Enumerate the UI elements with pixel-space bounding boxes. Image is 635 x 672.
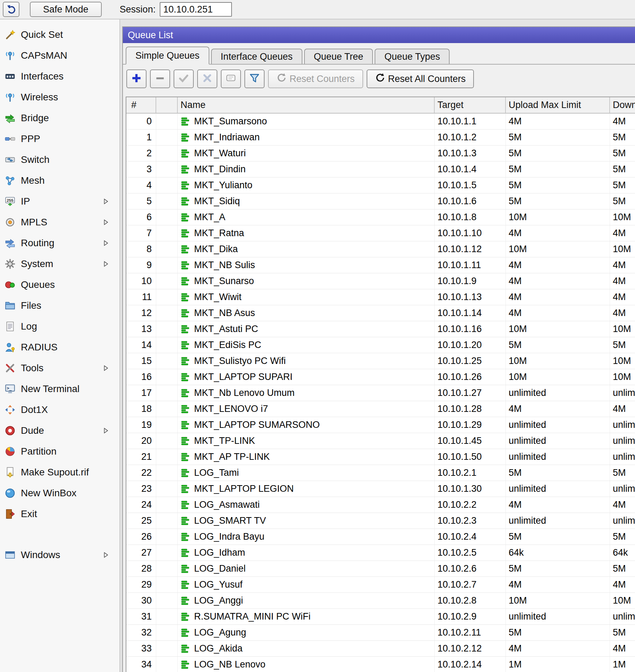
tab-queue-types[interactable]: Queue Types	[375, 49, 450, 64]
queue-name: MKT_LAPTOP SUMARSONO	[194, 420, 320, 430]
sidebar-item-partition[interactable]: Partition	[0, 441, 119, 462]
sidebar-item-dot1x[interactable]: Dot1X	[0, 399, 119, 420]
disable-button[interactable]	[197, 69, 217, 88]
col-name[interactable]: Name	[178, 97, 435, 113]
table-row[interactable]: 33LOG_Akida10.10.2.124M4M	[126, 641, 635, 657]
table-row[interactable]: 0MKT_Sumarsono10.10.1.14M4M	[126, 114, 635, 130]
col-download-max-limit[interactable]: Download Max Limit	[610, 97, 635, 113]
sidebar-item-radius[interactable]: RADIUS	[0, 337, 119, 358]
row-name-cell: LOG_Indra Bayu	[178, 529, 435, 545]
simple-queue-icon	[181, 132, 191, 143]
table-row[interactable]: 13MKT_Astuti PC10.10.1.1610M10M	[126, 321, 635, 337]
sidebar-item-wireless[interactable]: Wireless	[0, 87, 119, 108]
table-row[interactable]: 27LOG_Idham10.10.2.564k64k	[126, 545, 635, 561]
sidebar-item-mesh[interactable]: Mesh	[0, 170, 119, 191]
table-row[interactable]: 15MKT_Sulistyo PC Wifi10.10.1.2510M10M	[126, 353, 635, 369]
enable-button[interactable]	[174, 69, 194, 88]
table-row[interactable]: 6MKT_A10.10.1.810M10M	[126, 209, 635, 225]
window-titlebar[interactable]: Queue List	[123, 27, 635, 43]
table-row[interactable]: 26LOG_Indra Bayu10.10.2.45M5M	[126, 529, 635, 545]
table-row[interactable]: 3MKT_Dindin10.10.1.45M5M	[126, 161, 635, 177]
tab-queue-tree[interactable]: Queue Tree	[304, 49, 373, 64]
table-row[interactable]: 17MKT_Nb Lenovo Umum10.10.1.27unlimitedu…	[126, 385, 635, 401]
table-row[interactable]: 28LOG_Daniel10.10.2.65M5M	[126, 561, 635, 577]
sidebar-item-switch[interactable]: Switch	[0, 149, 119, 170]
sidebar-item-tools[interactable]: Tools	[0, 358, 119, 379]
col-upload-max-limit[interactable]: Upload Max Limit	[506, 97, 610, 113]
sidebar-item-interfaces[interactable]: Interfaces	[0, 66, 119, 87]
queue-target: 10.10.1.10	[435, 225, 506, 241]
sidebar-item-routing[interactable]: Routing	[0, 233, 119, 254]
sidebar-item-label: Files	[21, 300, 41, 311]
add-button[interactable]	[126, 69, 147, 88]
sidebar-item-ip[interactable]: 255IP	[0, 191, 119, 212]
comment-button[interactable]	[221, 69, 241, 88]
table-row[interactable]: 7MKT_Ratna10.10.1.104M4M	[126, 225, 635, 241]
sidebar-item-mpls[interactable]: MPLS	[0, 212, 119, 233]
table-row[interactable]: 20MKT_TP-LINK10.10.1.45unlimitedunlimite…	[126, 433, 635, 449]
table-row[interactable]: 8MKT_Dika10.10.1.1210M10M	[126, 241, 635, 257]
table-row[interactable]: 21MKT_AP TP-LINK10.10.1.50unlimitedunlim…	[126, 449, 635, 465]
row-name-cell: LOG_Daniel	[178, 561, 435, 576]
row-flag-cell	[156, 385, 178, 401]
sidebar-item-make-supout-rif[interactable]: Make Supout.rif	[0, 462, 119, 483]
sidebar-item-windows[interactable]: Windows	[0, 545, 119, 565]
table-row[interactable]: 12MKT_NB Asus10.10.1.144M4M	[126, 305, 635, 321]
sidebar-item-files[interactable]: Files	[0, 295, 119, 316]
col-flag[interactable]	[156, 97, 178, 113]
table-row[interactable]: 14MKT_EdiSis PC10.10.1.205M5M	[126, 337, 635, 353]
queue-upload-limit: 4M	[506, 497, 610, 513]
safe-mode-button[interactable]: Safe Mode	[30, 2, 102, 17]
row-flag-cell	[156, 114, 178, 129]
sidebar-item-log[interactable]: Log	[0, 316, 119, 337]
remove-button[interactable]	[150, 69, 170, 88]
undo-arrow-icon	[6, 3, 16, 15]
table-row[interactable]: 18MKT_LENOVO i710.10.1.284M4M	[126, 401, 635, 417]
table-row[interactable]: 23MKT_LAPTOP LEGION10.10.1.30unlimitedun…	[126, 481, 635, 497]
sidebar-item-queues[interactable]: Queues	[0, 274, 119, 295]
simple-queue-icon	[181, 596, 191, 606]
table-row[interactable]: 4MKT_Yulianto10.10.1.55M5M	[126, 177, 635, 193]
reset-all-counters-button[interactable]: Reset All Counters	[367, 69, 474, 88]
queue-download-limit: 4M	[610, 225, 635, 241]
row-name-cell: MKT_A	[178, 209, 435, 225]
sidebar-item-label: Mesh	[21, 175, 44, 186]
sidebar-item-bridge[interactable]: Bridge	[0, 108, 119, 128]
undo-button[interactable]	[3, 2, 19, 17]
reset-counters-button[interactable]: Reset Counters	[268, 69, 363, 88]
sidebar-item-dude[interactable]: Dude	[0, 420, 119, 441]
table-row[interactable]: 25LOG_SMART TV10.10.2.3unlimitedunlimite…	[126, 513, 635, 529]
table-row[interactable]: 29LOG_Yusuf10.10.2.74M4M	[126, 577, 635, 593]
table-row[interactable]: 9MKT_NB Sulis10.10.1.114M4M	[126, 257, 635, 273]
sidebar-item-new-terminal[interactable]: >_New Terminal	[0, 379, 119, 399]
table-row[interactable]: 31R.SUMATRA_MINI PC WiFi10.10.2.9unlimit…	[126, 609, 635, 625]
filter-button[interactable]	[244, 69, 265, 88]
session-input[interactable]	[160, 2, 232, 17]
tab-interface-queues[interactable]: Interface Queues	[211, 49, 302, 64]
row-name-cell: MKT_Astuti PC	[178, 321, 435, 337]
table-row[interactable]: 5MKT_Sidiq10.10.1.65M5M	[126, 193, 635, 209]
table-row[interactable]: 24LOG_Asmawati10.10.2.24M4M	[126, 497, 635, 513]
tab-simple-queues[interactable]: Simple Queues	[126, 47, 209, 65]
simple-queue-icon	[181, 324, 191, 334]
col-number[interactable]: #	[126, 97, 156, 113]
table-row[interactable]: 30LOG_Anggi10.10.2.810M10M	[126, 593, 635, 609]
sidebar-item-capsman[interactable]: CAPsMAN	[0, 45, 119, 66]
table-row[interactable]: 2MKT_Waturi10.10.1.35M5M	[126, 146, 635, 161]
col-target[interactable]: Target	[435, 97, 506, 113]
sidebar-item-quick-set[interactable]: Quick Set	[0, 24, 119, 45]
sidebar-item-exit[interactable]: Exit	[0, 504, 119, 524]
table-row[interactable]: 32LOG_Agung10.10.2.115M5M	[126, 625, 635, 641]
sidebar-item-ppp[interactable]: PPP	[0, 128, 119, 149]
table-row[interactable]: 1MKT_Indriawan10.10.1.25M5M	[126, 130, 635, 146]
sidebar-item-system[interactable]: System	[0, 254, 119, 274]
table-row[interactable]: 34LOG_NB Lenovo10.10.2.141M1M	[126, 657, 635, 672]
table-row[interactable]: 10MKT_Sunarso10.10.1.94M4M	[126, 273, 635, 289]
sidebar-item-new-winbox[interactable]: New WinBox	[0, 483, 119, 504]
table-row[interactable]: 19MKT_LAPTOP SUMARSONO10.10.1.29unlimite…	[126, 417, 635, 433]
routing-icon	[4, 237, 16, 249]
window-content: Simple QueuesInterface QueuesQueue TreeQ…	[123, 43, 635, 672]
table-row[interactable]: 16MKT_LAPTOP SUPARI10.10.1.2610M10M	[126, 369, 635, 385]
table-row[interactable]: 11MKT_Wiwit10.10.1.134M4M	[126, 289, 635, 305]
table-row[interactable]: 22LOG_Tami10.10.2.15M5M	[126, 465, 635, 481]
